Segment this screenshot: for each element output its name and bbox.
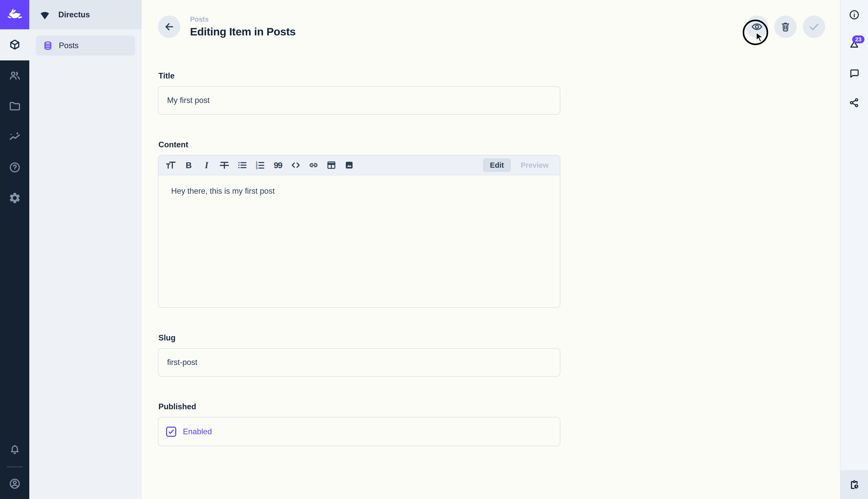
gear-icon [9,192,21,204]
info-icon [848,9,860,21]
main-content: Posts Editing Item in Posts [142,0,840,499]
comments-button[interactable] [841,59,868,88]
rail-divider [7,466,23,467]
item-form: Title My first post Content B I [158,71,560,472]
item-info-button[interactable] [841,0,868,29]
text-size-icon[interactable] [162,157,180,173]
project-chooser[interactable]: Directus [29,0,142,29]
module-insights[interactable] [0,122,29,152]
published-toggle-box: Enabled [158,417,560,446]
preview-item-button[interactable] [746,15,768,38]
header-titles: Posts Editing Item in Posts [190,15,296,38]
users-icon [9,69,21,82]
blockquote-icon[interactable]: 99 [269,157,287,173]
trash-icon [780,21,791,33]
sidebar-item-label: Posts [59,41,79,50]
directus-app: Directus Posts [0,0,868,499]
arrow-left-icon [163,21,175,33]
italic-icon[interactable]: I [198,157,215,173]
help-icon [9,161,21,174]
content-textarea[interactable]: Hey there, this is my first post [159,175,560,307]
notifications-button[interactable] [0,436,29,464]
sidebar-drawer-button[interactable] [841,470,868,499]
project-name: Directus [58,10,90,20]
field-slug: Slug first-post [158,333,560,377]
right-sidebar: 23 [840,0,868,499]
nav-items: Posts [29,29,142,62]
editor-tabs: Edit Preview [483,158,557,172]
field-content: Content B I [158,140,560,308]
page-header: Posts Editing Item in Posts [142,0,840,53]
markdown-editor: B I [158,155,560,308]
content-label: Content [159,140,560,149]
title-label: Title [159,71,560,81]
module-bar [0,0,29,499]
user-circle-icon [9,477,21,490]
published-label: Published [159,402,560,411]
module-files[interactable] [0,91,29,122]
database-icon [42,40,53,51]
rabbit-logo-icon [7,7,23,23]
eye-icon [751,21,763,33]
module-settings[interactable] [0,183,29,213]
code-icon[interactable] [287,157,305,173]
published-checkbox[interactable] [166,427,176,437]
svg-text:3: 3 [256,167,257,170]
title-input[interactable]: My first post [158,86,560,115]
page-title: Editing Item in Posts [190,25,296,38]
directus-logo[interactable] [0,0,29,29]
shares-button[interactable] [841,88,868,117]
tab-edit[interactable]: Edit [483,158,511,172]
share-icon [848,97,860,109]
numbered-list-icon[interactable]: 123 [251,157,269,173]
fan-icon [39,9,51,21]
notification-count-badge: 23 [852,35,865,43]
link-icon[interactable] [305,157,323,173]
breadcrumb[interactable]: Posts [190,15,296,23]
check-icon [808,20,820,33]
bullet-list-icon[interactable] [233,157,251,173]
back-button[interactable] [158,15,180,38]
pending-actions-icon [848,479,860,490]
field-published: Published Enabled [158,402,560,446]
tab-preview[interactable]: Preview [514,158,556,172]
published-checkbox-label[interactable]: Enabled [183,427,212,436]
save-item-button[interactable] [803,15,825,38]
header-actions [746,15,825,38]
editor-toolbar: B I [159,156,560,175]
folder-icon [9,100,21,113]
bell-icon [9,444,21,456]
field-title: Title My first post [158,71,560,115]
slug-label: Slug [159,333,560,342]
insights-icon [9,131,21,143]
nav-sidebar: Directus Posts [29,0,142,499]
strikethrough-icon[interactable] [215,157,233,173]
module-help[interactable] [0,152,29,183]
revisions-button[interactable]: 23 [841,29,868,59]
bold-icon[interactable]: B [180,157,198,173]
account-button[interactable] [0,470,29,498]
box-icon [9,38,21,51]
module-users[interactable] [0,60,29,91]
table-icon[interactable] [323,157,340,173]
module-content[interactable] [0,29,29,60]
slug-input[interactable]: first-post [158,348,560,377]
delete-item-button[interactable] [774,15,797,38]
image-icon[interactable] [340,157,358,173]
comment-icon [848,68,860,79]
sidebar-item-posts[interactable]: Posts [36,36,135,56]
